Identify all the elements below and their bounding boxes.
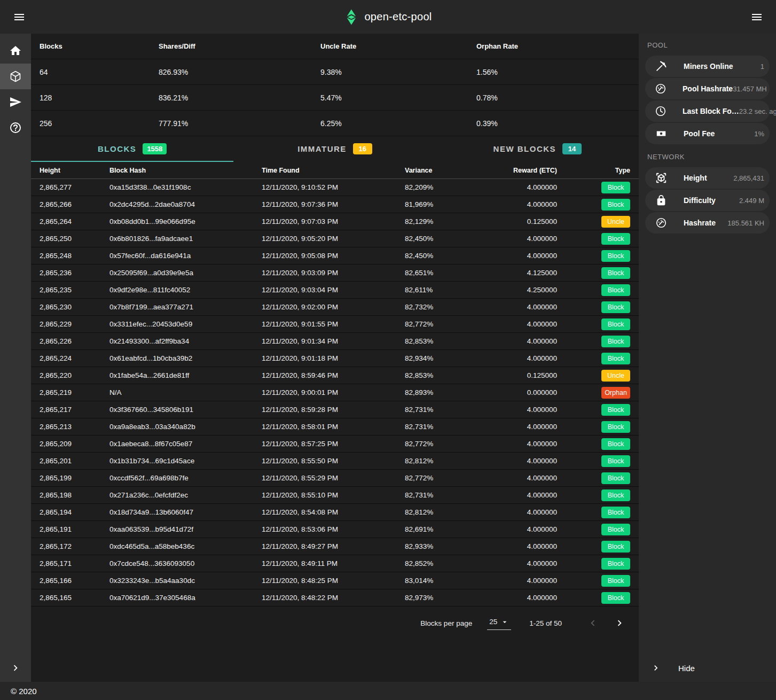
tab-label: NEW BLOCKS bbox=[493, 144, 556, 153]
block-reward: 4.000000 bbox=[490, 594, 557, 602]
tab-immature[interactable]: IMMATURE 16 bbox=[233, 136, 436, 162]
block-time-found: 12/11/2020, 8:55:50 PM bbox=[262, 457, 405, 465]
pickaxe-icon bbox=[655, 60, 668, 73]
block-time-found: 12/11/2020, 8:57:25 PM bbox=[262, 440, 405, 448]
luck-cell: 836.21% bbox=[159, 94, 320, 102]
hide-panel-button[interactable]: Hide bbox=[639, 654, 776, 682]
block-variance: 82,731% bbox=[405, 406, 490, 414]
nav-item-home[interactable] bbox=[0, 38, 31, 64]
block-height: 2,865,266 bbox=[40, 200, 109, 208]
luck-cell: 9.38% bbox=[320, 68, 476, 76]
block-height: 2,865,172 bbox=[40, 542, 109, 550]
block-reward: 4.000000 bbox=[490, 525, 557, 533]
block-height: 2,865,194 bbox=[40, 508, 109, 516]
block-time-found: 12/11/2020, 8:59:46 PM bbox=[262, 371, 405, 379]
block-hash: 0x3233243e...b5a4aa30dc bbox=[109, 577, 262, 585]
stat-hashrate: Hashrate 185.561 KH bbox=[645, 212, 770, 234]
block-type-badge: Block bbox=[601, 199, 630, 211]
block-variance: 82,450% bbox=[405, 235, 490, 243]
block-time-found: 12/11/2020, 9:00:01 PM bbox=[262, 388, 405, 396]
tab-label: IMMATURE bbox=[297, 144, 347, 153]
block-hash: 0x61eabfcd...1b0cba39b2 bbox=[109, 354, 262, 362]
block-time-found: 12/11/2020, 9:01:55 PM bbox=[262, 320, 405, 328]
luck-cell: 64 bbox=[40, 68, 159, 76]
block-type-badge: Block bbox=[601, 404, 630, 416]
luck-column-label: Blocks bbox=[40, 42, 159, 50]
block-reward: 4.000000 bbox=[490, 183, 557, 191]
block-reward: 4.000000 bbox=[490, 354, 557, 362]
nav-item-help[interactable] bbox=[0, 115, 31, 141]
block-time-found: 12/11/2020, 9:05:08 PM bbox=[262, 252, 405, 260]
block-type-badge: Block bbox=[601, 336, 630, 347]
stat-pool-fee: Pool Fee 1% bbox=[645, 123, 770, 144]
luck-row: 128836.21%5.47%0.78% bbox=[31, 85, 639, 111]
block-row: 2,865,199 0xccdf562f...69a698b7fe 12/11/… bbox=[31, 470, 639, 487]
block-reward: 4.000000 bbox=[490, 577, 557, 585]
luck-row: 64826.93%9.38%1.56% bbox=[31, 59, 639, 85]
block-height: 2,865,171 bbox=[40, 559, 109, 567]
block-hash: 0xa9a8eab3...03a340a82b bbox=[109, 423, 262, 431]
block-hash: 0x18d734a9...13b6060f47 bbox=[109, 508, 262, 516]
nav-expand-button[interactable] bbox=[0, 654, 31, 682]
stat-height: Height 2,865,431 bbox=[645, 167, 770, 189]
block-type-badge: Block bbox=[601, 233, 630, 245]
gauge-icon bbox=[655, 216, 668, 229]
block-variance: 82,853% bbox=[405, 337, 490, 345]
block-time-found: 12/11/2020, 8:48:25 PM bbox=[262, 577, 405, 585]
block-variance: 82,812% bbox=[405, 508, 490, 516]
page-size-select[interactable]: 25 bbox=[487, 617, 511, 630]
blocks-column-label: Block Hash bbox=[109, 167, 262, 174]
block-row: 2,865,191 0xaa063539...b95d41d72f 12/11/… bbox=[31, 521, 639, 538]
send-icon bbox=[9, 96, 22, 108]
block-type-badge: Block bbox=[601, 284, 630, 296]
stat-label: Pool Hashrate bbox=[683, 84, 733, 93]
right-menu-button[interactable] bbox=[747, 7, 766, 27]
block-hash: 0x3f367660...345806b191 bbox=[109, 406, 262, 414]
block-height: 2,865,230 bbox=[40, 303, 109, 311]
nav-item-blocks[interactable] bbox=[0, 64, 31, 89]
block-row: 2,865,166 0x3233243e...b5a4aa30dc 12/11/… bbox=[31, 572, 639, 589]
block-reward: 4.000000 bbox=[490, 423, 557, 431]
app-title: open-etc-pool bbox=[364, 11, 432, 23]
clock-icon bbox=[655, 105, 667, 118]
luck-cell: 826.93% bbox=[159, 68, 320, 76]
block-reward: 4.000000 bbox=[490, 200, 557, 208]
stats-panel: POOL Miners Online 1 Pool Hashrate 31.45… bbox=[639, 34, 776, 682]
blocks-table: HeightBlock HashTime FoundVarianceReward… bbox=[31, 162, 639, 606]
panel-section-pool: POOL Miners Online 1 Pool Hashrate 31.45… bbox=[639, 34, 776, 144]
block-hash: 0x9df2e98e...811fc40052 bbox=[109, 286, 262, 294]
block-variance: 82,772% bbox=[405, 320, 490, 328]
stat-label: Last Block Fo… bbox=[683, 107, 739, 115]
block-reward: 4.000000 bbox=[490, 303, 557, 311]
block-row: 2,865,198 0x271a236c...0efcfdf2ec 12/11/… bbox=[31, 487, 639, 504]
stat-last-block-fo: Last Block Fo… 23.2 sec. ago bbox=[645, 100, 770, 122]
blocks-column-label: Time Found bbox=[262, 167, 405, 174]
luck-cell: 256 bbox=[40, 119, 159, 128]
block-reward: 4.000000 bbox=[490, 542, 557, 550]
luck-cell: 128 bbox=[40, 94, 159, 102]
block-reward: 4.000000 bbox=[490, 406, 557, 414]
block-hash: 0xb08dd0b1...99e066d95e bbox=[109, 217, 262, 225]
luck-cell: 1.56% bbox=[476, 68, 630, 76]
menu-button[interactable] bbox=[10, 7, 29, 27]
tab-blocks[interactable]: BLOCKS 1558 bbox=[31, 136, 233, 162]
rows-per-page-label: Blocks per page bbox=[420, 619, 472, 627]
next-page-button[interactable] bbox=[611, 615, 628, 632]
stat-value: 2,865,431 bbox=[733, 174, 764, 182]
block-hash: 0x3311efec...20453d0e59 bbox=[109, 320, 262, 328]
tab-label: BLOCKS bbox=[98, 144, 136, 153]
block-row: 2,865,277 0xa15d3f38...0e31f1908c 12/11/… bbox=[31, 179, 639, 196]
tab-new-blocks[interactable]: NEW BLOCKS 14 bbox=[436, 136, 639, 162]
stat-value: 185.561 KH bbox=[727, 219, 764, 227]
prev-page-button[interactable] bbox=[584, 615, 601, 632]
block-row: 2,865,220 0x1fabe54a...2661de81ff 12/11/… bbox=[31, 367, 639, 384]
nav-item-payments[interactable] bbox=[0, 89, 31, 115]
block-row: 2,865,219 N/A 12/11/2020, 9:00:01 PM 82,… bbox=[31, 384, 639, 401]
chevron-right-icon bbox=[614, 617, 625, 629]
gauge-icon bbox=[655, 82, 667, 95]
block-time-found: 12/11/2020, 8:55:10 PM bbox=[262, 491, 405, 499]
block-height: 2,865,166 bbox=[40, 577, 109, 585]
stat-value: 2.449 M bbox=[739, 197, 764, 205]
block-time-found: 12/11/2020, 8:55:29 PM bbox=[262, 474, 405, 482]
blocks-column-label: Height bbox=[40, 167, 109, 174]
